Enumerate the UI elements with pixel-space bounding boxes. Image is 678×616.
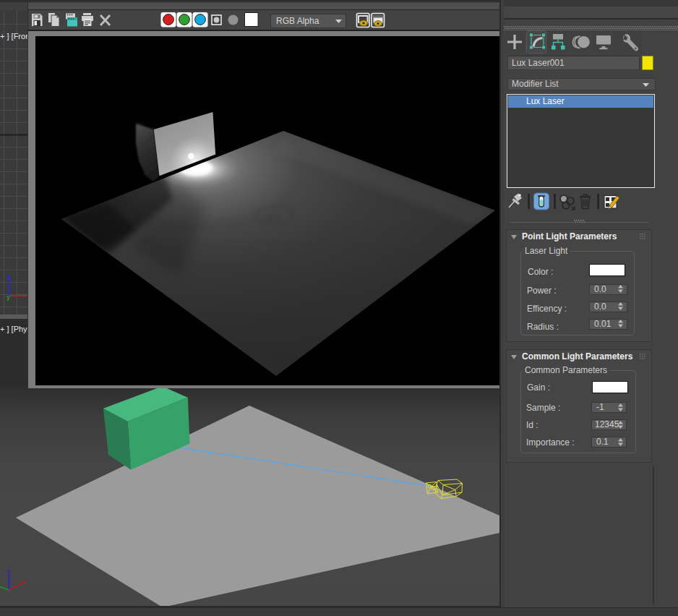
svg-text:z: z bbox=[7, 568, 10, 575]
svg-text:x: x bbox=[22, 578, 26, 586]
svg-text:z: z bbox=[7, 273, 11, 281]
svg-text:y: y bbox=[7, 294, 10, 301]
